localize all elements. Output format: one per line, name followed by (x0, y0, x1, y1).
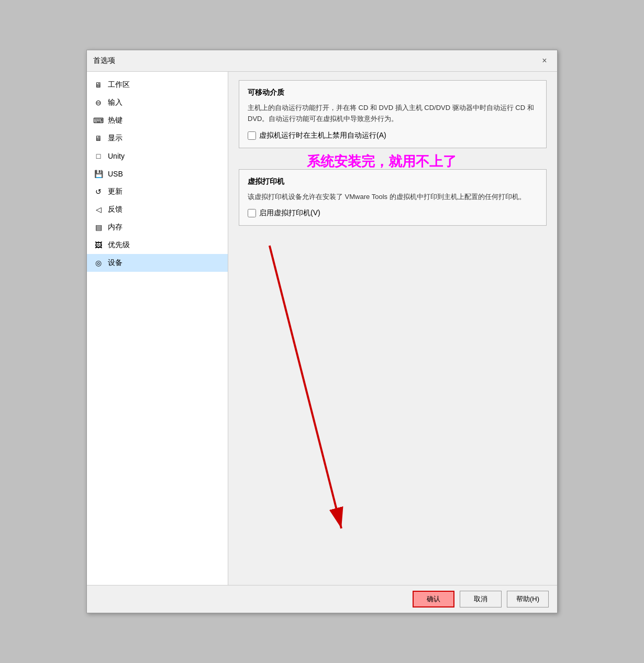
memory-icon: ▤ (93, 222, 104, 233)
sidebar-item-label: 更新 (108, 187, 123, 196)
unity-icon: □ (93, 151, 104, 161)
sidebar-item-hotkey[interactable]: ⌨ 热键 (87, 112, 228, 129)
feedback-icon: ◁ (93, 204, 104, 215)
autorun-checkbox[interactable] (248, 131, 256, 140)
sidebar: 🖥 工作区 ⊖ 输入 ⌨ 热键 🖥 显示 □ Unity 💾 USB (87, 72, 228, 585)
sidebar-item-label: 设备 (108, 258, 123, 268)
svg-line-1 (270, 246, 341, 528)
virtual-printer-label[interactable]: 启用虚拟打印机(V) (259, 208, 320, 218)
sidebar-item-label: 热键 (108, 116, 123, 125)
virtual-printer-checkbox-row: 启用虚拟打印机(V) (248, 208, 538, 218)
sidebar-item-label: USB (108, 170, 123, 178)
close-button[interactable]: × (538, 54, 551, 67)
arrow-area (239, 235, 547, 539)
sidebar-item-unity[interactable]: □ Unity (87, 147, 228, 165)
sidebar-item-label: 反馈 (108, 205, 123, 214)
virtual-printer-section: 虚拟打印机 该虚拟打印机设备允许在安装了 VMware Tools 的虚拟机中打… (239, 169, 547, 226)
display-icon: 🖥 (93, 133, 104, 143)
virtual-printer-checkbox[interactable] (248, 209, 256, 217)
section1-title: 可移动介质 (248, 88, 538, 97)
sidebar-item-device[interactable]: ◎ 设备 (87, 254, 228, 272)
input-icon: ⊖ (93, 97, 104, 108)
dialog-title: 首选项 (93, 56, 115, 65)
workspace-icon: 🖥 (93, 80, 104, 90)
sidebar-item-update[interactable]: ↺ 更新 (87, 183, 228, 201)
section2-description: 该虚拟打印机设备允许在安装了 VMware Tools 的虚拟机中打印到主机上配… (248, 192, 538, 203)
cancel-button[interactable]: 取消 (460, 591, 502, 607)
removable-media-section: 可移动介质 主机上的自动运行功能打开，并在将 CD 和 DVD 插入主机 CD/… (239, 80, 547, 148)
help-button[interactable]: 帮助(H) (507, 591, 549, 607)
sidebar-item-workspace[interactable]: 🖥 工作区 (87, 76, 228, 94)
sidebar-item-input[interactable]: ⊖ 输入 (87, 94, 228, 112)
sidebar-item-label: 输入 (108, 98, 123, 107)
ok-button[interactable]: 确认 (413, 591, 454, 607)
sidebar-item-priority[interactable]: 🖼 优先级 (87, 236, 228, 254)
sidebar-item-memory[interactable]: ▤ 内存 (87, 218, 228, 236)
autorun-label[interactable]: 虚拟机运行时在主机上禁用自动运行(A) (259, 131, 386, 140)
title-bar: 首选项 × (87, 50, 557, 72)
red-arrow (239, 235, 547, 539)
section1-description: 主机上的自动运行功能打开，并在将 CD 和 DVD 插入主机 CD/DVD 驱动… (248, 103, 538, 125)
sidebar-item-feedback[interactable]: ◁ 反馈 (87, 201, 228, 218)
footer-bar: 确认 取消 帮助(H) (87, 585, 557, 613)
sidebar-item-label: 工作区 (108, 80, 130, 90)
section2-title: 虚拟打印机 (248, 177, 538, 186)
update-icon: ↺ (93, 186, 104, 197)
autorun-checkbox-row: 虚拟机运行时在主机上禁用自动运行(A) (248, 131, 538, 140)
device-icon: ◎ (93, 258, 104, 268)
dialog-content: 🖥 工作区 ⊖ 输入 ⌨ 热键 🖥 显示 □ Unity 💾 USB (87, 72, 557, 585)
annotation-text: 系统安装完，就用不上了 (307, 152, 457, 171)
usb-icon: 💾 (93, 169, 104, 179)
main-panel-wrapper: 可移动介质 主机上的自动运行功能打开，并在将 CD 和 DVD 插入主机 CD/… (228, 72, 557, 585)
preferences-dialog: 首选项 × 🖥 工作区 ⊖ 输入 ⌨ 热键 🖥 显示 □ Un (86, 50, 558, 613)
sidebar-item-display[interactable]: 🖥 显示 (87, 129, 228, 147)
hotkey-icon: ⌨ (93, 115, 104, 126)
sidebar-item-usb[interactable]: 💾 USB (87, 165, 228, 183)
main-panel: 可移动介质 主机上的自动运行功能打开，并在将 CD 和 DVD 插入主机 CD/… (228, 72, 557, 547)
sidebar-item-label: 内存 (108, 223, 123, 232)
priority-icon: 🖼 (93, 240, 104, 250)
sidebar-item-label: 显示 (108, 134, 123, 143)
sidebar-item-label: 优先级 (108, 240, 130, 250)
sidebar-item-label: Unity (108, 152, 125, 160)
